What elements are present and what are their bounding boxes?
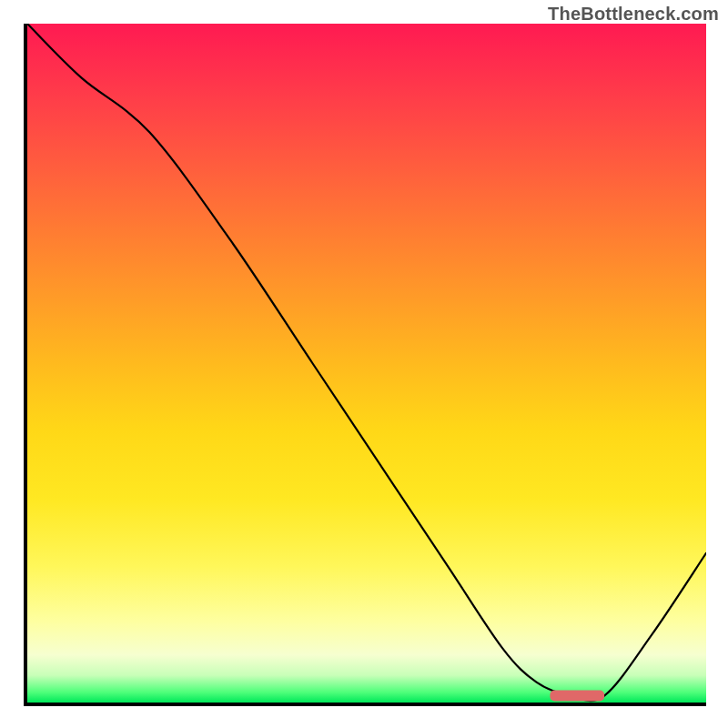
- bottleneck-curve: [27, 24, 706, 701]
- chart-svg: [27, 24, 706, 703]
- plot-area: [24, 24, 706, 706]
- optimal-marker: [550, 691, 604, 702]
- watermark-text: TheBottleneck.com: [548, 4, 719, 25]
